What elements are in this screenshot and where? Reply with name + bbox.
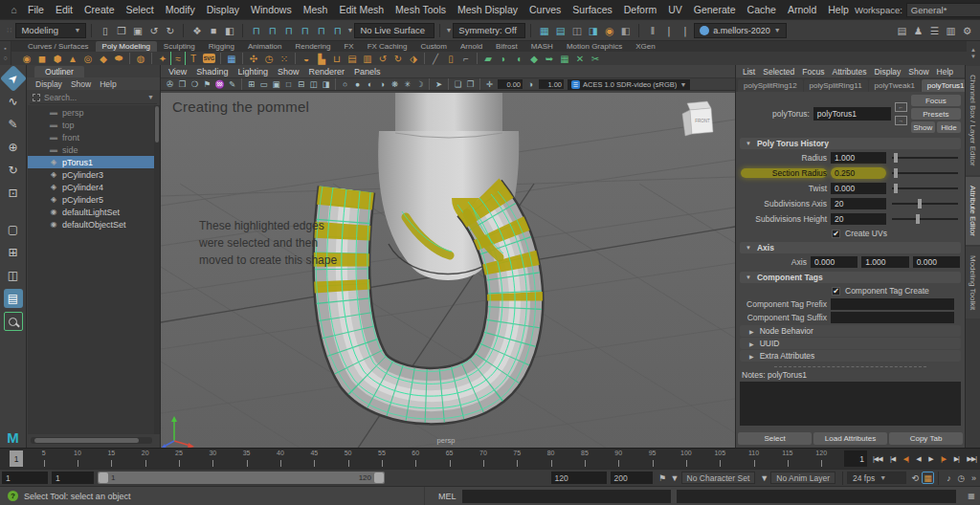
notes-textarea[interactable] xyxy=(740,382,961,426)
resolution-gate-icon[interactable]: ▣ xyxy=(270,78,282,91)
type-tool-icon[interactable]: T xyxy=(186,52,201,65)
value-field[interactable]: 20 xyxy=(831,198,886,209)
value-slider[interactable] xyxy=(890,183,960,194)
camera-bookmark-icon[interactable]: ⚑ xyxy=(201,78,213,91)
gamma-field[interactable]: 1.00 xyxy=(539,79,564,89)
viewport-menu-item[interactable]: Lighting xyxy=(237,67,268,77)
scale-tool[interactable]: ⊡ xyxy=(4,184,23,203)
poly-torus-icon[interactable]: ◎ xyxy=(80,52,96,65)
snapshot-icon[interactable]: ◫ xyxy=(568,22,585,38)
motion-blur-icon[interactable]: ☽ xyxy=(413,78,426,91)
reduce-icon[interactable]: ▥ xyxy=(360,52,375,65)
select-hierarchy-icon[interactable]: ❖ xyxy=(189,22,205,38)
collapsed-section[interactable]: ▶ Node Behavior xyxy=(740,325,961,337)
value-field[interactable]: 0.000 xyxy=(831,183,886,194)
wireframe-on-shaded-icon[interactable]: ❐ xyxy=(464,78,477,91)
menubar-item[interactable]: Curves xyxy=(523,0,567,19)
value-slider[interactable] xyxy=(890,167,960,179)
character-set-selector[interactable]: No Character Set xyxy=(681,472,756,484)
drag-handle[interactable]: ⁞⁞ xyxy=(7,26,12,34)
menubar-item[interactable]: Select xyxy=(121,0,160,19)
shelf-tab[interactable]: Custom xyxy=(413,41,454,52)
poly-cube-icon[interactable]: ◼ xyxy=(34,52,50,65)
hide-button[interactable]: Hide xyxy=(937,121,961,133)
collapsed-section[interactable]: ▶ UUID xyxy=(740,338,961,349)
presets-button[interactable]: Presets xyxy=(911,108,961,120)
attribute-node-tab[interactable]: polyTweak1 xyxy=(869,79,921,92)
viewport-3d-scene[interactable]: FRONT persp Creating the pommel These hi… xyxy=(161,93,735,448)
shelf-tab[interactable]: Curves / Surfaces xyxy=(21,41,96,52)
node-name-field[interactable]: polyTorus1 xyxy=(813,107,891,121)
viewport-menu-item[interactable]: Renderer xyxy=(308,67,345,77)
quad-draw-icon[interactable]: ◆ xyxy=(526,52,542,65)
create-uvs-checkbox[interactable]: ✔ xyxy=(832,230,840,238)
outliner-vertical-scrollbar[interactable] xyxy=(154,105,160,434)
snap-to-view-plane-icon[interactable]: ⊓ xyxy=(313,22,329,38)
component-tag-prefix-field[interactable] xyxy=(831,298,954,310)
zero-transform-icon[interactable]: ⁙ xyxy=(277,52,292,65)
delete-edge-icon[interactable]: ✕ xyxy=(572,52,588,65)
sidebar-vertical-tab[interactable]: Channel Box / Layer Editor xyxy=(966,66,980,175)
play-backwards-button[interactable]: ◀ xyxy=(916,455,920,463)
exposure-icon[interactable]: ✛ xyxy=(483,78,496,91)
chevron-down-icon[interactable]: ▼ xyxy=(346,27,353,33)
fps-selector[interactable]: 24 fps▼ xyxy=(847,472,906,484)
grease-pencil-icon[interactable]: ✎ xyxy=(226,78,238,91)
step-back-key-button[interactable]: ◀| xyxy=(903,455,908,463)
multi-cut-icon[interactable]: ╱ xyxy=(428,52,443,65)
poly-disc-icon[interactable]: ⬬ xyxy=(111,52,126,65)
shelf-menu-icon[interactable]: ▪ xyxy=(4,45,6,52)
shelf-tab[interactable]: Arnold xyxy=(454,41,489,52)
menubar-item[interactable]: Modify xyxy=(160,0,201,19)
hypershade-icon[interactable]: ◉ xyxy=(601,22,617,38)
value-field[interactable]: 20 xyxy=(831,213,886,225)
menubar-item[interactable]: File xyxy=(22,0,50,19)
safe-title-icon[interactable]: ◨ xyxy=(320,78,332,91)
shelf-options-icon[interactable]: ○ xyxy=(3,55,7,61)
outliner-item[interactable]: ◉ defaultObjectSet xyxy=(28,218,154,231)
viewport-menu-item[interactable]: Panels xyxy=(354,67,381,77)
axis-z-field[interactable]: 0.000 xyxy=(913,256,960,268)
attribute-editor-menu-item[interactable]: Help xyxy=(937,67,953,77)
ipr-render-icon[interactable]: ▤ xyxy=(552,22,568,38)
interactive-evaluation-icon[interactable]: ❘ xyxy=(677,22,693,38)
value-slider[interactable] xyxy=(890,213,960,225)
curve-warp-icon[interactable]: ≈ xyxy=(170,52,186,65)
outliner-menu-item[interactable]: Display xyxy=(35,79,62,89)
retopologize-icon[interactable]: ↻ xyxy=(390,52,406,65)
platonic-solid-icon[interactable]: ◍ xyxy=(133,52,148,65)
range-slider[interactable]: 1 120 xyxy=(98,472,385,484)
merge-vertices-icon[interactable]: ➥ xyxy=(542,52,557,65)
layout-single-pane-button[interactable]: ▢ xyxy=(4,220,23,239)
axis-y-field[interactable]: 1.000 xyxy=(861,256,908,268)
shelf-tab[interactable]: Rigging xyxy=(202,41,241,52)
go-to-start-button[interactable]: |◀◀ xyxy=(873,455,882,463)
outliner-item[interactable]: ▬ persp xyxy=(28,106,154,119)
viewport-menu-item[interactable]: Show xyxy=(278,67,300,77)
animation-start-field[interactable]: 1 xyxy=(2,472,48,484)
shelf-tab[interactable]: Sculpting xyxy=(157,41,202,52)
gate-mask-icon[interactable]: □ xyxy=(282,78,295,91)
axis-x-field[interactable]: 0.000 xyxy=(811,256,858,268)
center-pivot-icon[interactable]: ✣ xyxy=(246,52,261,65)
menubar-item[interactable]: Cache xyxy=(742,0,782,19)
menubar-item[interactable]: Mesh Display xyxy=(452,0,523,19)
playback-end-field[interactable]: 120 xyxy=(551,472,607,484)
outliner-search-input[interactable]: Search... ▼ xyxy=(30,91,157,104)
svg-tool-icon[interactable]: SVG xyxy=(203,54,215,63)
new-scene-icon[interactable]: ▯ xyxy=(97,22,113,38)
step-back-frame-button[interactable]: |◀ xyxy=(890,455,895,463)
super-shape-icon[interactable]: ✦ xyxy=(155,52,170,65)
show-button[interactable]: Show xyxy=(911,121,935,133)
select-tool[interactable]: ➤ xyxy=(0,65,27,92)
open-scene-icon[interactable]: ❒ xyxy=(113,22,129,38)
snap-to-point-icon[interactable]: ⊓ xyxy=(280,22,297,38)
menubar-item[interactable]: Edit Mesh xyxy=(333,0,390,19)
attribute-node-tab[interactable]: polySplitRing12 xyxy=(738,79,803,92)
image-plane-icon[interactable]: ♒ xyxy=(213,78,226,91)
poly-sphere-icon[interactable]: ◉ xyxy=(19,52,34,65)
exposure-field[interactable]: 0.00 xyxy=(498,79,523,89)
live-surface-field[interactable]: No Live Surface xyxy=(354,23,434,38)
film-gate-icon[interactable]: ▭ xyxy=(257,78,270,91)
shelf-tab[interactable]: Poly Modeling xyxy=(96,41,157,52)
